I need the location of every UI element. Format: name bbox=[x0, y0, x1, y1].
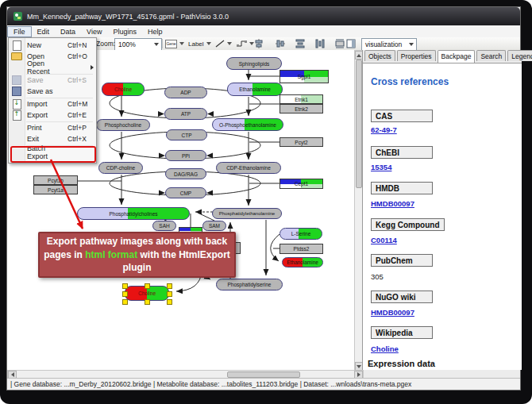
selection-handle[interactable] bbox=[167, 283, 172, 289]
callout-text: with the HtmlExport plugin bbox=[123, 249, 230, 274]
xref-link-wikipedia[interactable]: Choline bbox=[371, 344, 399, 353]
node-ppi[interactable]: PPi bbox=[165, 150, 206, 161]
node-choline-top[interactable]: Choline bbox=[102, 83, 145, 96]
node-phosphocholine[interactable]: Phosphocholine bbox=[96, 119, 150, 131]
cross-references-heading: Cross references bbox=[371, 76, 449, 87]
horizontal-scroll-thumb[interactable] bbox=[227, 371, 300, 378]
import-icon: ↓ bbox=[13, 99, 21, 110]
align-middle-button[interactable] bbox=[276, 38, 287, 49]
menu-view[interactable]: View bbox=[81, 27, 107, 37]
side-panel-icon bbox=[346, 39, 356, 48]
vertical-scroll-thumb[interactable] bbox=[356, 60, 362, 188]
node-phosphatidylethanolamine[interactable]: Phosphatidylethanolamine bbox=[212, 208, 282, 219]
chevron-down-icon bbox=[409, 43, 414, 46]
side-panel-button[interactable] bbox=[346, 38, 357, 49]
selection-handle[interactable] bbox=[167, 291, 172, 297]
node-pcyt1a[interactable]: Pcyt1a bbox=[33, 185, 78, 194]
distribute-vertical-button[interactable] bbox=[295, 38, 306, 49]
node-ethanolamine-top[interactable]: Ethanolamine bbox=[227, 83, 283, 96]
selection-handle[interactable] bbox=[122, 283, 128, 289]
visualization-value: visualization bbox=[365, 40, 402, 48]
gene-node-icon: Gene bbox=[165, 40, 177, 48]
align-center-icon bbox=[254, 39, 264, 48]
xref-link-hmdb[interactable]: HMDB00097 bbox=[371, 199, 414, 208]
align-center-button[interactable] bbox=[254, 38, 265, 49]
node-sphingolipids[interactable]: Sphingolipids bbox=[226, 57, 282, 70]
datanode-tool-button[interactable]: Gene bbox=[165, 38, 186, 49]
submenu-arrow-icon bbox=[91, 65, 94, 70]
node-sam[interactable]: SAM bbox=[202, 221, 226, 231]
menu-file[interactable]: File bbox=[7, 26, 32, 37]
menu-item-save[interactable]: Save Ctrl+S bbox=[9, 75, 96, 86]
chevron-down-icon bbox=[227, 42, 232, 45]
node-pcyt1b[interactable]: Pcyt1b bbox=[33, 175, 78, 185]
menu-data[interactable]: Data bbox=[55, 27, 81, 37]
scroll-up-icon bbox=[357, 54, 361, 57]
menu-item-print[interactable]: Print Ctrl+P bbox=[9, 122, 96, 133]
node-ctp[interactable]: CTP bbox=[166, 129, 207, 140]
node-etnk2[interactable]: Etnk2 bbox=[279, 104, 323, 114]
node-pcyt2[interactable]: Pcyt2 bbox=[279, 137, 323, 147]
zoom-combobox[interactable]: 100% bbox=[114, 38, 162, 51]
tab-legend[interactable]: Legend bbox=[507, 50, 532, 61]
selection-handle[interactable] bbox=[145, 283, 150, 289]
xref-value-pubchem: 305 bbox=[371, 272, 384, 281]
xref-header-nugo: NuGO wiki bbox=[371, 290, 433, 303]
selection-handle[interactable] bbox=[122, 291, 128, 297]
tab-backpage[interactable]: Backpage bbox=[438, 50, 476, 63]
selection-handle[interactable] bbox=[145, 299, 150, 305]
export-icon: ↑ bbox=[13, 110, 21, 121]
common-size-button[interactable] bbox=[335, 38, 346, 49]
node-phosphatidylcholines[interactable]: Phosphatidylcholines bbox=[77, 207, 190, 220]
node-cdp-choline[interactable]: CDP-choline bbox=[98, 162, 143, 174]
app-icon bbox=[13, 12, 22, 21]
xref-link-nugo[interactable]: HMDB00097 bbox=[371, 308, 414, 317]
node-o-phosphoethanolamine[interactable]: O-Phosphoethanolamine bbox=[212, 118, 283, 131]
xref-link-chebi[interactable]: 15354 bbox=[371, 163, 391, 171]
tab-search[interactable]: Search bbox=[476, 50, 506, 61]
line-tool-button[interactable] bbox=[215, 38, 234, 49]
tab-properties[interactable]: Properties bbox=[397, 50, 436, 61]
node-cmp[interactable]: CMP bbox=[165, 187, 206, 198]
node-ptdss2[interactable]: Ptdss2 bbox=[279, 244, 323, 254]
batch-export-highlight bbox=[10, 146, 96, 163]
menu-item-open-recent[interactable]: Open Recent bbox=[9, 62, 96, 73]
visualization-combobox[interactable]: visualization bbox=[361, 38, 417, 51]
node-phosphatidylserine[interactable]: Phosphatidylserine bbox=[216, 279, 283, 290]
distribute-horizontal-icon bbox=[315, 39, 325, 48]
node-sgpl1[interactable]: Sgpl1 bbox=[279, 70, 329, 83]
menu-item-import[interactable]: ↓ Import Ctrl+M bbox=[9, 98, 96, 110]
new-document-icon bbox=[13, 40, 21, 51]
menu-item-new[interactable]: New Ctrl+N bbox=[9, 40, 96, 51]
xref-link-cas[interactable]: 62-49-7 bbox=[371, 125, 397, 134]
node-atp[interactable]: ATP bbox=[164, 108, 207, 120]
node-adp[interactable]: ADP bbox=[164, 87, 207, 98]
xref-header-wikipedia: Wikipedia bbox=[371, 326, 433, 339]
distribute-horizontal-button[interactable] bbox=[315, 38, 326, 49]
node-ethanolamine-bottom[interactable]: Ethanolamine bbox=[282, 257, 323, 267]
node-cdp-ethanolamine[interactable]: CDP-Ethanolamine bbox=[216, 162, 281, 174]
window-title: Mm_Kennedy_pathway_WP1771_45176.gpml - P… bbox=[27, 13, 229, 21]
menu-help[interactable]: Help bbox=[142, 27, 168, 37]
label-tool-button[interactable]: Label bbox=[188, 38, 212, 49]
menu-edit[interactable]: Edit bbox=[32, 27, 56, 37]
menu-item-exit[interactable]: Exit Ctrl+X bbox=[9, 133, 96, 144]
menu-plugins[interactable]: Plugins bbox=[107, 27, 142, 37]
node-sah[interactable]: SAH bbox=[152, 221, 176, 231]
tab-objects[interactable]: Objects bbox=[364, 50, 395, 61]
menubar: File Edit Data View Plugins Help bbox=[7, 25, 520, 38]
xref-header-pubchem: PubChem bbox=[371, 254, 433, 267]
xref-link-kegg[interactable]: C00114 bbox=[371, 236, 397, 244]
node-dag[interactable]: DAG/RAG bbox=[165, 168, 206, 179]
chevron-down-icon bbox=[154, 43, 159, 46]
xref-header-cas: CAS bbox=[371, 110, 433, 122]
expression-data-heading: Expression data bbox=[368, 359, 435, 368]
line-icon bbox=[215, 40, 225, 48]
menu-item-save-as[interactable]: Save as bbox=[9, 86, 96, 97]
node-etnk1[interactable]: Etnk1 bbox=[279, 94, 323, 104]
selection-handle[interactable] bbox=[122, 299, 128, 305]
selection-handle[interactable] bbox=[167, 299, 172, 305]
node-cept1[interactable]: Cept1 bbox=[279, 179, 323, 189]
node-l-serine[interactable]: L-Serine bbox=[279, 228, 322, 240]
menu-item-export[interactable]: ↑ Export Ctrl+E bbox=[9, 110, 96, 121]
